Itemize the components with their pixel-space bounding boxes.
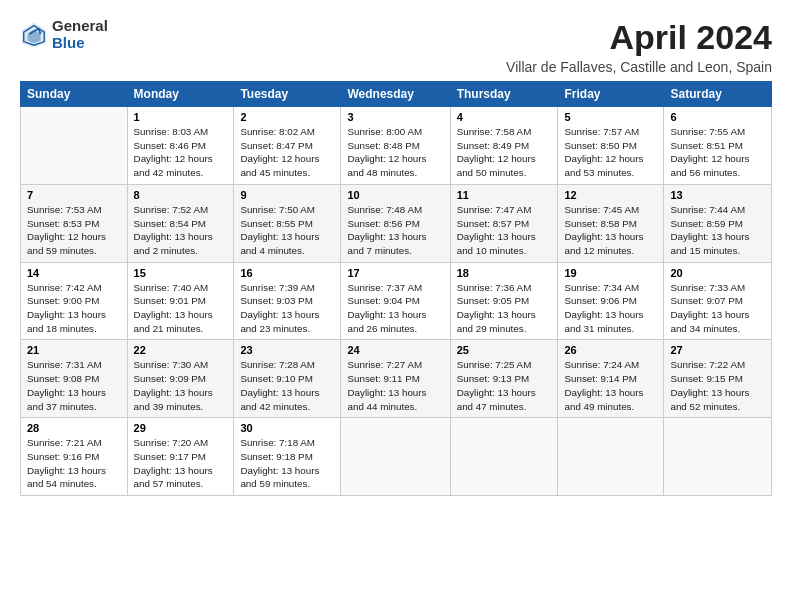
logo-general-text: General [52,18,108,35]
calendar-cell [664,418,772,496]
calendar-cell [341,418,450,496]
col-saturday: Saturday [664,82,772,107]
day-info: Sunrise: 7:27 AM Sunset: 9:11 PM Dayligh… [347,358,443,413]
day-info: Sunrise: 7:50 AM Sunset: 8:55 PM Dayligh… [240,203,334,258]
page: General Blue April 2024 Villar de Fallav… [0,0,792,506]
day-number: 18 [457,267,552,279]
calendar-cell: 26Sunrise: 7:24 AM Sunset: 9:14 PM Dayli… [558,340,664,418]
title-area: April 2024 Villar de Fallaves, Castille … [506,18,772,75]
calendar-cell: 27Sunrise: 7:22 AM Sunset: 9:15 PM Dayli… [664,340,772,418]
day-info: Sunrise: 8:03 AM Sunset: 8:46 PM Dayligh… [134,125,228,180]
calendar-cell: 25Sunrise: 7:25 AM Sunset: 9:13 PM Dayli… [450,340,558,418]
day-number: 12 [564,189,657,201]
day-number: 24 [347,344,443,356]
day-number: 25 [457,344,552,356]
day-number: 30 [240,422,334,434]
day-number: 2 [240,111,334,123]
day-number: 9 [240,189,334,201]
day-number: 15 [134,267,228,279]
calendar-cell: 15Sunrise: 7:40 AM Sunset: 9:01 PM Dayli… [127,262,234,340]
day-number: 17 [347,267,443,279]
day-number: 16 [240,267,334,279]
calendar-cell: 21Sunrise: 7:31 AM Sunset: 9:08 PM Dayli… [21,340,128,418]
day-info: Sunrise: 7:58 AM Sunset: 8:49 PM Dayligh… [457,125,552,180]
day-info: Sunrise: 7:36 AM Sunset: 9:05 PM Dayligh… [457,281,552,336]
day-info: Sunrise: 7:40 AM Sunset: 9:01 PM Dayligh… [134,281,228,336]
day-info: Sunrise: 7:22 AM Sunset: 9:15 PM Dayligh… [670,358,765,413]
calendar-week-1: 1Sunrise: 8:03 AM Sunset: 8:46 PM Daylig… [21,107,772,185]
day-number: 22 [134,344,228,356]
day-number: 8 [134,189,228,201]
calendar-table: Sunday Monday Tuesday Wednesday Thursday… [20,81,772,496]
day-number: 6 [670,111,765,123]
calendar-cell: 17Sunrise: 7:37 AM Sunset: 9:04 PM Dayli… [341,262,450,340]
day-info: Sunrise: 7:42 AM Sunset: 9:00 PM Dayligh… [27,281,121,336]
day-info: Sunrise: 7:21 AM Sunset: 9:16 PM Dayligh… [27,436,121,491]
col-monday: Monday [127,82,234,107]
col-wednesday: Wednesday [341,82,450,107]
logo-text: General Blue [52,18,108,51]
day-number: 4 [457,111,552,123]
calendar-cell: 12Sunrise: 7:45 AM Sunset: 8:58 PM Dayli… [558,184,664,262]
calendar-cell: 22Sunrise: 7:30 AM Sunset: 9:09 PM Dayli… [127,340,234,418]
calendar-cell: 2Sunrise: 8:02 AM Sunset: 8:47 PM Daylig… [234,107,341,185]
logo-icon [20,21,48,49]
header: General Blue April 2024 Villar de Fallav… [20,18,772,75]
day-info: Sunrise: 7:33 AM Sunset: 9:07 PM Dayligh… [670,281,765,336]
day-info: Sunrise: 7:57 AM Sunset: 8:50 PM Dayligh… [564,125,657,180]
day-number: 13 [670,189,765,201]
calendar-cell: 10Sunrise: 7:48 AM Sunset: 8:56 PM Dayli… [341,184,450,262]
day-info: Sunrise: 7:18 AM Sunset: 9:18 PM Dayligh… [240,436,334,491]
day-info: Sunrise: 8:00 AM Sunset: 8:48 PM Dayligh… [347,125,443,180]
day-info: Sunrise: 7:55 AM Sunset: 8:51 PM Dayligh… [670,125,765,180]
day-info: Sunrise: 7:52 AM Sunset: 8:54 PM Dayligh… [134,203,228,258]
calendar-cell: 1Sunrise: 8:03 AM Sunset: 8:46 PM Daylig… [127,107,234,185]
day-info: Sunrise: 7:34 AM Sunset: 9:06 PM Dayligh… [564,281,657,336]
day-number: 28 [27,422,121,434]
day-number: 21 [27,344,121,356]
col-tuesday: Tuesday [234,82,341,107]
calendar-cell: 30Sunrise: 7:18 AM Sunset: 9:18 PM Dayli… [234,418,341,496]
day-info: Sunrise: 7:53 AM Sunset: 8:53 PM Dayligh… [27,203,121,258]
calendar-cell: 7Sunrise: 7:53 AM Sunset: 8:53 PM Daylig… [21,184,128,262]
calendar-cell: 6Sunrise: 7:55 AM Sunset: 8:51 PM Daylig… [664,107,772,185]
calendar-week-3: 14Sunrise: 7:42 AM Sunset: 9:00 PM Dayli… [21,262,772,340]
calendar-cell: 19Sunrise: 7:34 AM Sunset: 9:06 PM Dayli… [558,262,664,340]
calendar-week-5: 28Sunrise: 7:21 AM Sunset: 9:16 PM Dayli… [21,418,772,496]
calendar-cell [558,418,664,496]
day-info: Sunrise: 7:31 AM Sunset: 9:08 PM Dayligh… [27,358,121,413]
calendar-cell: 18Sunrise: 7:36 AM Sunset: 9:05 PM Dayli… [450,262,558,340]
day-number: 20 [670,267,765,279]
day-info: Sunrise: 7:30 AM Sunset: 9:09 PM Dayligh… [134,358,228,413]
day-info: Sunrise: 7:24 AM Sunset: 9:14 PM Dayligh… [564,358,657,413]
calendar-cell: 9Sunrise: 7:50 AM Sunset: 8:55 PM Daylig… [234,184,341,262]
day-info: Sunrise: 7:25 AM Sunset: 9:13 PM Dayligh… [457,358,552,413]
day-info: Sunrise: 7:45 AM Sunset: 8:58 PM Dayligh… [564,203,657,258]
day-number: 5 [564,111,657,123]
calendar-week-4: 21Sunrise: 7:31 AM Sunset: 9:08 PM Dayli… [21,340,772,418]
calendar-cell: 14Sunrise: 7:42 AM Sunset: 9:00 PM Dayli… [21,262,128,340]
col-friday: Friday [558,82,664,107]
day-number: 14 [27,267,121,279]
calendar-cell: 8Sunrise: 7:52 AM Sunset: 8:54 PM Daylig… [127,184,234,262]
day-info: Sunrise: 7:48 AM Sunset: 8:56 PM Dayligh… [347,203,443,258]
day-number: 10 [347,189,443,201]
calendar-cell: 5Sunrise: 7:57 AM Sunset: 8:50 PM Daylig… [558,107,664,185]
day-number: 27 [670,344,765,356]
calendar-cell [21,107,128,185]
day-number: 1 [134,111,228,123]
calendar-cell: 23Sunrise: 7:28 AM Sunset: 9:10 PM Dayli… [234,340,341,418]
calendar-cell: 13Sunrise: 7:44 AM Sunset: 8:59 PM Dayli… [664,184,772,262]
day-number: 23 [240,344,334,356]
calendar-cell: 16Sunrise: 7:39 AM Sunset: 9:03 PM Dayli… [234,262,341,340]
col-thursday: Thursday [450,82,558,107]
day-number: 3 [347,111,443,123]
day-info: Sunrise: 8:02 AM Sunset: 8:47 PM Dayligh… [240,125,334,180]
day-info: Sunrise: 7:47 AM Sunset: 8:57 PM Dayligh… [457,203,552,258]
calendar-cell: 28Sunrise: 7:21 AM Sunset: 9:16 PM Dayli… [21,418,128,496]
logo-blue-text: Blue [52,35,108,52]
day-number: 7 [27,189,121,201]
calendar-cell: 29Sunrise: 7:20 AM Sunset: 9:17 PM Dayli… [127,418,234,496]
day-info: Sunrise: 7:28 AM Sunset: 9:10 PM Dayligh… [240,358,334,413]
day-number: 29 [134,422,228,434]
